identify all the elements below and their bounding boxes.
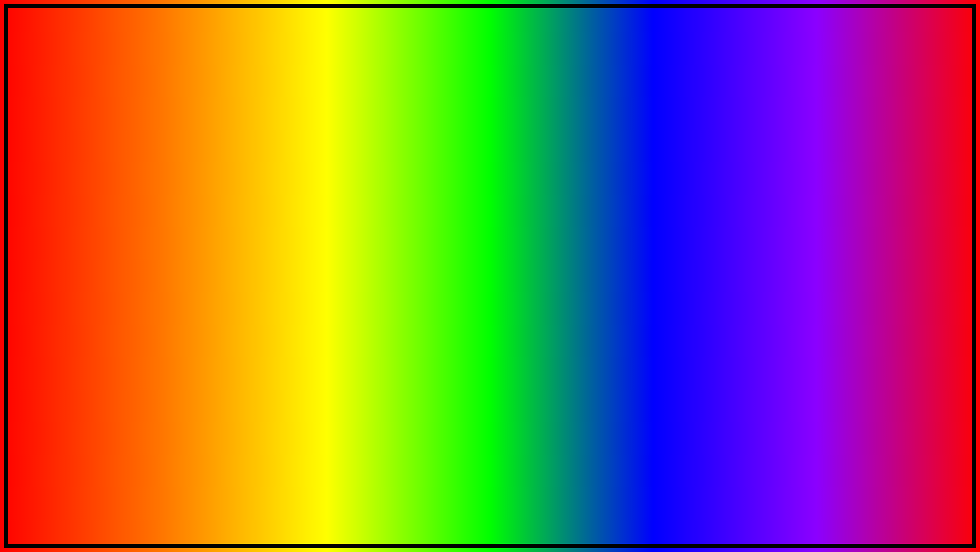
auto-race-row: Auto Race(V1 - V2 - V3)	[330, 162, 536, 178]
sidebar-label-settings: Settings	[345, 235, 368, 242]
close-button-front[interactable]: ×	[599, 185, 608, 194]
window-front-body: Welcome General Settings Items Raid Loca…	[331, 199, 614, 351]
svg-point-3	[106, 236, 118, 250]
sidebar-label-welcome: Welcome	[345, 206, 371, 213]
svg-rect-18	[884, 493, 887, 497]
mastery-menu-label: Mastery Menu	[403, 254, 489, 262]
auto-farm-gun-mastery-row: Auto Farm Gun Mastery	[403, 288, 608, 304]
auto-farm-label: Auto Farm	[403, 230, 436, 238]
sidebar-label-raid: Raid	[272, 178, 285, 185]
mastery-menu-row: Mastery Menu Click To Box to Start Farm …	[403, 251, 608, 272]
main-farm-sub: Click to Box to Farm, I ready update new…	[403, 216, 532, 222]
devil-heart-svg	[46, 168, 178, 300]
main-farm-label-group: Main Farm Click to Box to Farm, I ready …	[403, 208, 532, 222]
twenty-number: 20	[349, 484, 400, 537]
minimize-button-front[interactable]: −	[586, 185, 595, 194]
auto-farm-row: Auto Farm	[403, 226, 608, 242]
window-back-title: Goblin Hub	[264, 143, 305, 151]
close-button-back[interactable]: ×	[527, 142, 536, 151]
svg-point-7	[261, 194, 289, 216]
auto-farm-bf-mastery-row: Auto Farm BF Mastery ✓	[403, 272, 608, 288]
sidebar-item-general[interactable]: General	[331, 217, 396, 231]
sidebar-label-items: Items	[345, 249, 361, 256]
bottom-text-bar: UPDATE 20 SCRIPT PASTEBIN	[148, 484, 832, 537]
svg-point-2	[102, 232, 122, 254]
auto-race-label-group: Auto Race(V1 - V2 - V3)	[330, 166, 403, 174]
bf-logo-right: FRUITS	[828, 461, 939, 522]
sidebar-item-settings[interactable]: Settings	[331, 231, 396, 245]
bf-logo-svg: FRUITS	[828, 461, 939, 522]
script-word: SCRIPT	[408, 484, 585, 537]
svg-point-1	[81, 206, 142, 277]
svg-point-5	[112, 241, 115, 244]
sidebar-dot-esp	[264, 165, 269, 170]
titlebar-front: Goblin Hub − ×	[331, 181, 614, 199]
svg-point-20	[859, 502, 867, 510]
heart-spike-decoration	[46, 168, 147, 269]
window-front-title: Goblin Hub	[337, 185, 378, 194]
auto-farm-gun-mastery-label: Auto Farm Gun Mastery	[403, 292, 478, 300]
sidebar-dot-welcome	[337, 207, 342, 212]
svg-point-15	[876, 485, 881, 491]
mastery-section-label: Mastery Menu	[403, 242, 608, 251]
svg-rect-17	[880, 493, 882, 497]
content-front: Main Farm Click to Box to Farm, I ready …	[397, 199, 614, 351]
auto-farm-checkbox[interactable]	[599, 229, 608, 238]
auto-race-checkbox[interactable]	[527, 165, 536, 174]
mastery-menu-sub: Click To Box to Start Farm Mastery	[403, 263, 489, 269]
auto-farm-gun-mastery-checkbox[interactable]	[599, 291, 608, 300]
mastery-menu-label-group: Mastery Menu Click To Box to Start Farm …	[403, 254, 489, 269]
svg-rect-12	[866, 471, 901, 476]
svg-text:FRUITS: FRUITS	[871, 512, 897, 521]
sidebar-dot-settings	[337, 236, 342, 241]
sidebar-label-raid-front: Raid	[345, 263, 358, 270]
auto-farm-bf-mastery-checkbox[interactable]: ✓	[599, 275, 608, 284]
main-title: BLOX FRUITS	[135, 15, 846, 96]
auto-farm-bf-mastery-label: Auto Farm BF Mastery	[403, 276, 473, 284]
checkmark-icon: ✓	[601, 276, 606, 283]
sidebar-dot-general	[337, 221, 342, 226]
svg-point-4	[108, 240, 115, 248]
window-front-controls: − ×	[586, 185, 608, 194]
pastebin-word: PASTEBIN	[592, 484, 832, 537]
sidebar-item-welcome[interactable]: Welcome	[331, 203, 396, 217]
svg-point-16	[888, 485, 893, 491]
sidebar-item-esp[interactable]: ESP	[258, 160, 323, 174]
sidebar-dot-raid	[264, 179, 269, 184]
sidebar-label-local-players-front: Local Players	[345, 277, 383, 284]
titlebar-back: Goblin Hub − ×	[258, 138, 543, 156]
goblin-hub-window-front: Goblin Hub − × Welcome General Settings …	[330, 180, 615, 351]
auto-race-label: Auto Race(V1 - V2 - V3)	[330, 166, 403, 174]
sidebar-label-general: General	[345, 220, 369, 228]
svg-point-21	[900, 502, 908, 510]
minimize-button-back[interactable]: −	[514, 142, 523, 151]
fruits-word: FRUITS	[491, 10, 800, 101]
devil-heart-logo	[30, 152, 163, 284]
window-back-controls: − ×	[514, 142, 536, 151]
main-farm-label: Main Farm	[403, 208, 532, 215]
title-container: BLOX FRUITS	[135, 15, 846, 96]
blox-word: BLOX	[180, 10, 416, 101]
main-farm-row: Main Farm Click to Box to Farm, I ready …	[403, 205, 608, 226]
sidebar-label-esp: ESP	[272, 164, 284, 171]
update-word: UPDATE	[148, 484, 341, 537]
